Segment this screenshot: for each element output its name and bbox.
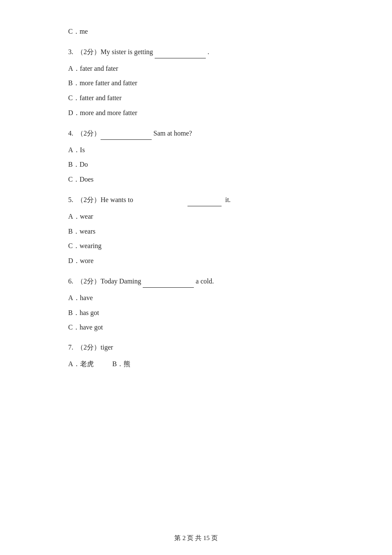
option-7ab: A．老虎 B．熊: [68, 358, 324, 370]
option-3d: D．more and more fatter: [68, 107, 324, 119]
question-5-stem: 5. （2分）He wants to it.: [68, 194, 324, 206]
option-4a: A．Is: [68, 144, 324, 156]
option-5b: B．wears: [68, 225, 324, 238]
question-4-stem: 4. （2分） Sam at home?: [68, 127, 324, 140]
option-6b: B．has got: [68, 307, 324, 319]
question-7: 7. （2分）tiger A．老虎 B．熊: [68, 341, 324, 370]
page-footer-text: 第 2 页 共 15 页: [174, 535, 217, 541]
blank-3: [155, 46, 206, 58]
question-6: 6. （2分）Today Daming a cold. A．have B．has…: [68, 275, 324, 334]
option-5a: A．wear: [68, 211, 324, 223]
question-3-stem: 3. （2分）My sister is getting .: [68, 46, 324, 58]
option-5d: D．wore: [68, 255, 324, 267]
option-3c: C．fatter and fatter: [68, 92, 324, 104]
page-footer: 第 2 页 共 15 页: [0, 534, 392, 542]
option-4c: C．Does: [68, 173, 324, 186]
question-3: 3. （2分）My sister is getting . A．fater an…: [68, 46, 324, 119]
option-text: C．me: [68, 26, 324, 38]
option-6a: A．have: [68, 292, 324, 304]
option-5c: C．wearing: [68, 240, 324, 252]
blank-6: [143, 275, 194, 288]
blank-4: [101, 127, 152, 140]
option-3b: B．more fatter and fatter: [68, 77, 324, 90]
option-6c: C．have got: [68, 321, 324, 334]
option-4b: B．Do: [68, 159, 324, 171]
question-7-stem: 7. （2分）tiger: [68, 341, 324, 354]
question-6-stem: 6. （2分）Today Daming a cold.: [68, 275, 324, 288]
question-4: 4. （2分） Sam at home? A．Is B．Do C．Does: [68, 127, 324, 186]
question-5: 5. （2分）He wants to it. A．wear B．wears C．…: [68, 194, 324, 267]
option-c-me: C．me: [68, 26, 324, 38]
option-3a: A．fater and fater: [68, 63, 324, 75]
